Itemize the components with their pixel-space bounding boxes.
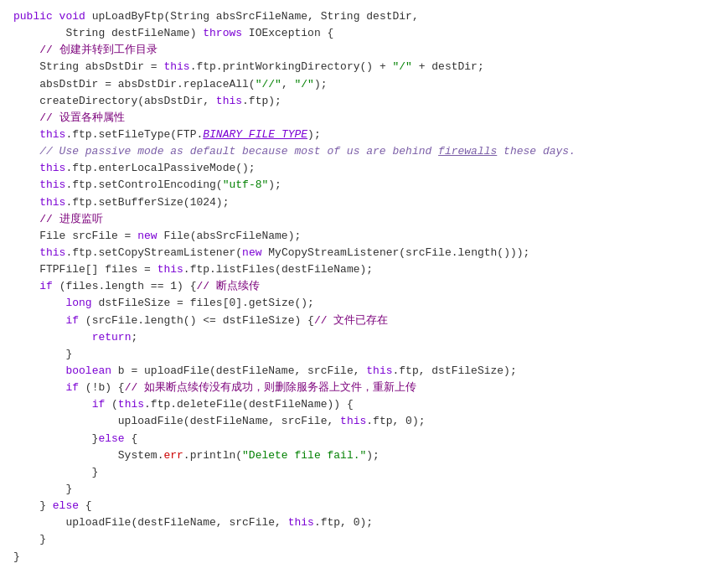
token-plain: } bbox=[13, 550, 20, 563]
token-kw: this bbox=[39, 128, 65, 141]
token-kw: if bbox=[65, 314, 79, 327]
token-kw: boolean bbox=[65, 364, 111, 377]
code-line: this.ftp.setBufferSize(1024); bbox=[13, 194, 715, 211]
token-plain: (srcFile.length() <= dstFileSize) { bbox=[79, 314, 314, 327]
token-plain: String destFileName) bbox=[13, 27, 203, 39]
token-kw: this bbox=[157, 263, 183, 276]
code-line: } bbox=[13, 549, 715, 566]
token-plain: } bbox=[13, 466, 98, 478]
token-plain bbox=[13, 314, 65, 327]
token-kw: if bbox=[65, 381, 79, 394]
code-line: uploadFile(destFileName, srcFile, this.f… bbox=[13, 413, 715, 430]
code-line: File srcFile = new File(absSrcFileName); bbox=[13, 228, 715, 245]
token-err-red: err bbox=[163, 449, 183, 462]
token-plain: absDstDir = absDstDir.replaceAll( bbox=[13, 78, 256, 90]
token-plain: uploadFile(destFileName, srcFile, bbox=[13, 415, 340, 427]
token-plain: ); bbox=[307, 128, 321, 141]
token-plain: } bbox=[13, 499, 53, 512]
token-kw: else bbox=[53, 499, 79, 512]
token-italic-comment-link: firewalls bbox=[438, 145, 497, 158]
token-str: "//" bbox=[256, 78, 281, 90]
token-kw: throws bbox=[203, 27, 242, 39]
token-plain: } bbox=[13, 533, 46, 545]
token-plain: File(absSrcFileName); bbox=[157, 230, 302, 242]
code-line: return; bbox=[13, 329, 715, 346]
code-line: if (!b) {// 如果断点续传没有成功，则删除服务器上文件，重新上传 bbox=[13, 380, 715, 396]
code-line: absDstDir = absDstDir.replaceAll("//", "… bbox=[13, 76, 715, 93]
token-plain: .ftp, dstFileSize); bbox=[393, 364, 517, 377]
token-plain: .ftp.printWorkingDirectory() + bbox=[190, 60, 393, 73]
token-str: "utf-8" bbox=[223, 178, 269, 191]
token-kw: void bbox=[59, 10, 92, 23]
token-plain bbox=[13, 178, 39, 191]
code-line: FTPFile[] files = this.ftp.listFiles(des… bbox=[13, 261, 715, 278]
token-italic-comment: these days. bbox=[497, 145, 576, 158]
code-line: createDirectory(absDstDir, this.ftp); bbox=[13, 93, 715, 110]
code-line: this.ftp.setCopyStreamListener(new MyCop… bbox=[13, 245, 715, 261]
token-plain: .println( bbox=[183, 449, 242, 462]
code-line: this.ftp.setControlEncoding("utf-8"); bbox=[13, 177, 715, 194]
token-plain: .ftp.enterLocalPassiveMode(); bbox=[65, 162, 255, 174]
token-plain: .ftp, 0); bbox=[366, 415, 425, 427]
token-kw: this bbox=[163, 60, 189, 73]
token-kw: this bbox=[288, 516, 314, 529]
token-plain: } bbox=[13, 432, 98, 445]
token-kw: this bbox=[366, 364, 392, 377]
code-line: this.ftp.enterLocalPassiveMode(); bbox=[13, 160, 715, 177]
token-plain: .ftp.deleteFile(destFileName)) { bbox=[144, 398, 354, 411]
token-plain: ); bbox=[366, 449, 379, 462]
token-kw: this bbox=[39, 246, 65, 259]
token-plain: ); bbox=[268, 178, 281, 191]
code-line: } bbox=[13, 531, 715, 548]
code-line: } bbox=[13, 481, 715, 498]
code-line: public void upLoadByFtp(String absSrcFil… bbox=[13, 8, 715, 25]
token-const: BINARY_FILE_TYPE bbox=[203, 128, 307, 141]
token-plain: .ftp.setBufferSize(1024); bbox=[65, 196, 229, 209]
token-plain: (files.length == 1) { bbox=[53, 280, 197, 292]
token-plain bbox=[13, 246, 39, 259]
code-line: long dstFileSize = files[0].getSize(); bbox=[13, 295, 715, 312]
token-plain: .ftp.setControlEncoding( bbox=[65, 178, 222, 191]
token-kw: public bbox=[13, 10, 59, 23]
token-kw: this bbox=[39, 178, 65, 191]
code-line: if (files.length == 1) {// 断点续传 bbox=[13, 278, 715, 295]
token-kw: new bbox=[137, 230, 157, 242]
token-kw: this bbox=[216, 95, 242, 107]
token-plain: File srcFile = bbox=[13, 230, 137, 242]
token-plain: FTPFile[] files = bbox=[13, 263, 157, 276]
token-kw: new bbox=[242, 246, 261, 259]
token-kw: this bbox=[39, 162, 65, 174]
code-container: public void upLoadByFtp(String absSrcFil… bbox=[0, 0, 728, 584]
code-line: this.ftp.setFileType(FTP.BINARY_FILE_TYP… bbox=[13, 127, 715, 143]
token-plain: } bbox=[13, 348, 72, 360]
token-plain bbox=[13, 297, 65, 309]
code-line: // 设置各种属性 bbox=[13, 110, 715, 127]
token-comment: // 进度监听 bbox=[13, 213, 103, 225]
token-kw: else bbox=[98, 432, 124, 445]
token-str: "Delete file fail." bbox=[242, 449, 366, 462]
token-kw: if bbox=[39, 280, 53, 292]
code-line: boolean b = uploadFile(destFileName, src… bbox=[13, 363, 715, 380]
code-line: } else { bbox=[13, 498, 715, 514]
token-kw: this bbox=[340, 415, 366, 427]
token-plain: ; bbox=[131, 331, 137, 344]
token-str: "/" bbox=[294, 78, 313, 90]
token-comment: // 断点续传 bbox=[196, 280, 259, 292]
token-kw: if bbox=[92, 398, 106, 411]
token-plain bbox=[13, 364, 65, 377]
token-plain: uploadFile(destFileName, srcFile, bbox=[13, 516, 288, 529]
token-plain: createDirectory(absDstDir, bbox=[13, 95, 216, 107]
token-comment: // 创建并转到工作目录 bbox=[13, 44, 157, 56]
token-comment: // 如果断点续传没有成功，则删除服务器上文件，重新上传 bbox=[125, 381, 416, 394]
code-line: }else { bbox=[13, 431, 715, 447]
token-kw: this bbox=[39, 196, 65, 209]
token-plain: IOException { bbox=[242, 27, 333, 39]
token-plain: System. bbox=[13, 449, 163, 462]
token-plain bbox=[13, 331, 92, 344]
token-plain: (!b) { bbox=[79, 381, 125, 394]
token-plain: .ftp); bbox=[242, 95, 281, 107]
token-plain bbox=[13, 398, 92, 411]
token-plain: .ftp.setFileType(FTP. bbox=[65, 128, 203, 141]
token-kw: long bbox=[65, 297, 91, 309]
token-plain: , bbox=[281, 78, 295, 90]
